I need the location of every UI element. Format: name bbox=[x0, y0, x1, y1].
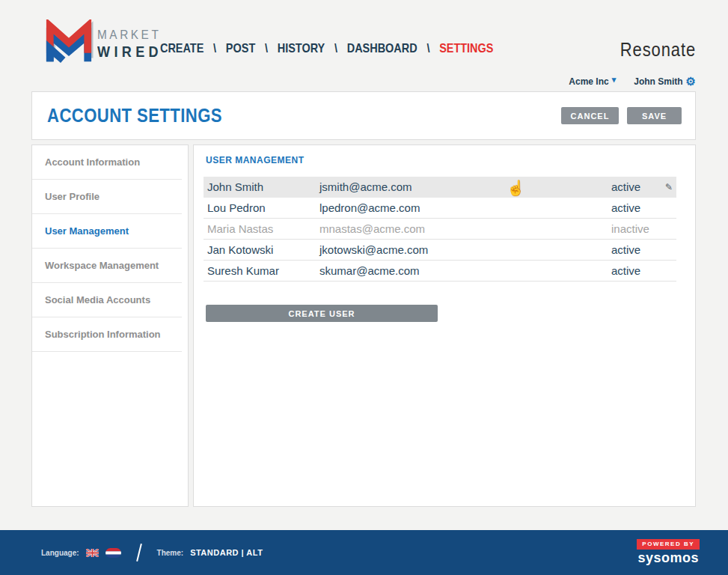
user-table: John Smith jsmith@acme.com active ✎ ☝ Lo… bbox=[204, 177, 676, 282]
table-row-maria-nastas[interactable]: Maria Nastas mnastas@acme.com inactive bbox=[204, 219, 676, 240]
user-email-cell: mnastas@acme.com bbox=[319, 222, 611, 235]
powered-by-sysomos[interactable]: POWERED BY sysomos bbox=[637, 539, 700, 566]
footer-bar: Language: Theme: STANDARD bbox=[0, 530, 728, 575]
settings-sidebar: Account Information User Profile User Ma… bbox=[31, 144, 189, 507]
sidebar-item-user-profile[interactable]: User Profile bbox=[32, 180, 182, 214]
user-email-cell: jkotowski@acme.com bbox=[319, 243, 611, 256]
product-name: Resonate bbox=[620, 39, 696, 61]
table-row-jan-kotowski[interactable]: Jan Kotowski jkotowski@acme.com active bbox=[204, 240, 676, 261]
page-title: ACCOUNT SETTINGS bbox=[47, 104, 222, 127]
table-row-lou-pedron[interactable]: Lou Pedron lpedron@acme.com active bbox=[204, 198, 676, 219]
main-nav: CREATE \ POST \ HISTORY \ DASHBOARD \ SE… bbox=[160, 41, 493, 56]
user-status-cell: active bbox=[611, 243, 658, 256]
nl-flag-icon[interactable] bbox=[105, 548, 121, 558]
table-row-suresh-kumar[interactable]: Suresh Kumar skumar@acme.com active bbox=[204, 261, 676, 282]
theme-separator: | bbox=[242, 548, 245, 557]
sidebar-item-social-media-accounts[interactable]: Social Media Accounts bbox=[32, 283, 182, 317]
nav-separator: \ bbox=[426, 41, 429, 56]
nav-item-history[interactable]: HISTORY bbox=[278, 41, 325, 56]
user-name-cell: Maria Nastas bbox=[207, 222, 319, 235]
company-name: Acme Inc bbox=[569, 76, 608, 87]
user-name: John Smith bbox=[634, 76, 682, 87]
gear-icon: ⚙ bbox=[686, 76, 696, 87]
nav-item-create[interactable]: CREATE bbox=[160, 41, 204, 56]
user-email-cell: lpedron@acme.com bbox=[319, 201, 611, 214]
sysomos-logo-text: sysomos bbox=[637, 550, 699, 566]
company-selector[interactable]: Acme Inc ▾ bbox=[569, 76, 616, 87]
logo-wired-text: WIRED bbox=[97, 43, 162, 61]
table-row-john-smith[interactable]: John Smith jsmith@acme.com active ✎ ☝ bbox=[204, 177, 676, 198]
chevron-down-icon: ▾ bbox=[612, 76, 617, 84]
sidebar-item-workspace-management[interactable]: Workspace Management bbox=[32, 249, 182, 283]
user-email-cell: jsmith@acme.com bbox=[319, 180, 611, 193]
account-bar: Acme Inc ▾ John Smith ⚙ bbox=[569, 76, 696, 87]
nav-item-post[interactable]: POST bbox=[226, 41, 255, 56]
create-user-button[interactable]: CREATE USER bbox=[206, 305, 438, 322]
nav-item-settings[interactable]: SETTINGS bbox=[439, 41, 493, 56]
logo-market-text: MARKET bbox=[97, 28, 162, 43]
theme-standard-link[interactable]: STANDARD bbox=[190, 548, 239, 557]
marketwired-logo[interactable]: MARKET WIRED bbox=[43, 19, 170, 69]
cancel-button[interactable]: CANCEL bbox=[561, 107, 619, 124]
marketwired-logo-icon bbox=[43, 19, 94, 69]
user-status-cell: active bbox=[611, 180, 658, 193]
nav-separator: \ bbox=[213, 41, 216, 56]
sidebar-item-user-management[interactable]: User Management bbox=[32, 214, 182, 249]
user-name-cell: Suresh Kumar bbox=[207, 264, 319, 277]
sidebar-item-subscription-information[interactable]: Subscription Information bbox=[32, 317, 182, 352]
user-name-cell: Lou Pedron bbox=[207, 201, 319, 214]
theme-alt-link[interactable]: ALT bbox=[246, 548, 263, 557]
user-name-cell: John Smith bbox=[207, 180, 319, 193]
user-name-cell: Jan Kotowski bbox=[207, 243, 319, 256]
user-email-cell: skumar@acme.com bbox=[319, 264, 611, 277]
footer-divider bbox=[136, 544, 142, 562]
edit-pencil-icon[interactable]: ✎ bbox=[658, 182, 680, 192]
user-management-panel: USER MANAGEMENT John Smith jsmith@acme.c… bbox=[193, 144, 696, 507]
section-title: USER MANAGEMENT bbox=[206, 155, 305, 165]
page-header-card: ACCOUNT SETTINGS CANCEL SAVE bbox=[31, 91, 696, 140]
user-status-cell: active bbox=[611, 264, 658, 277]
user-status-cell: inactive bbox=[611, 222, 658, 235]
theme-label: Theme: bbox=[157, 549, 184, 557]
uk-flag-icon[interactable] bbox=[86, 549, 99, 557]
user-status-cell: active bbox=[611, 201, 658, 214]
sidebar-item-account-information[interactable]: Account Information bbox=[32, 145, 182, 180]
save-button[interactable]: SAVE bbox=[627, 107, 682, 124]
nav-separator: \ bbox=[265, 41, 268, 56]
user-menu[interactable]: John Smith ⚙ bbox=[634, 76, 696, 87]
nav-separator: \ bbox=[334, 41, 337, 56]
language-label: Language: bbox=[41, 549, 79, 557]
nav-item-dashboard[interactable]: DASHBOARD bbox=[347, 41, 417, 56]
powered-by-badge: POWERED BY bbox=[637, 539, 700, 550]
